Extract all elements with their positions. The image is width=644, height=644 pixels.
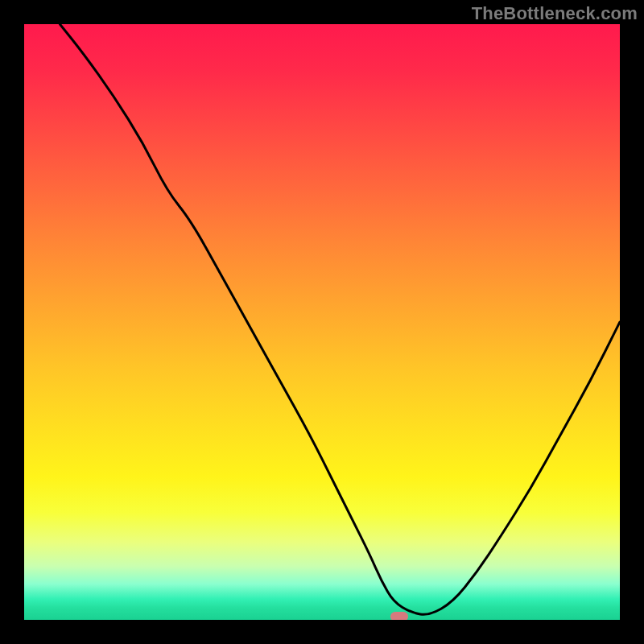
plot-area — [24, 24, 620, 620]
bottleneck-chart: TheBottleneck.com — [0, 0, 644, 644]
attribution-watermark: TheBottleneck.com — [472, 3, 638, 24]
sweet-spot-marker — [390, 612, 408, 620]
bottleneck-curve — [24, 24, 620, 620]
